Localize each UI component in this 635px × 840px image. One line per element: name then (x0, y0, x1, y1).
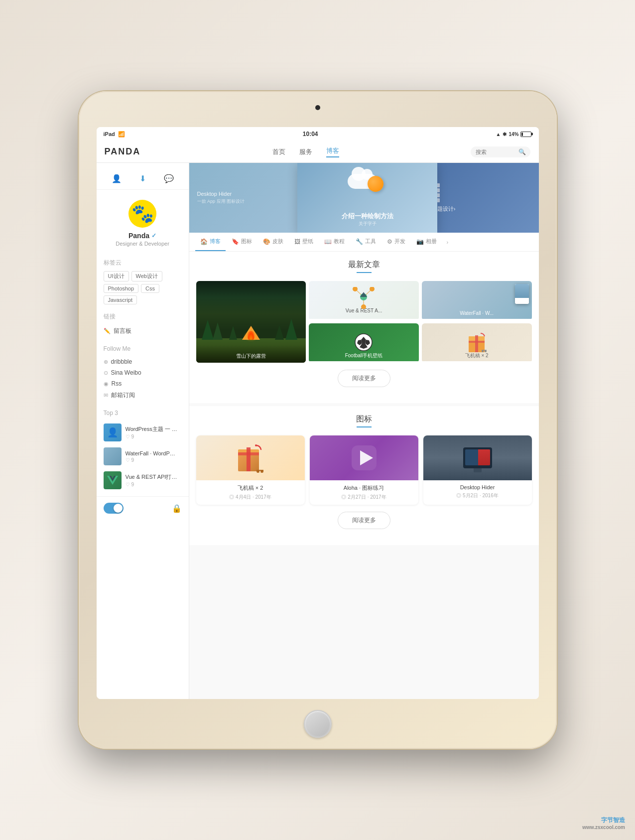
bluetooth-icon: ✱ (503, 132, 507, 137)
forest-card-bg: 雪山下的露营 (196, 281, 306, 363)
package-card-bg: 飞机稿 × 2 (422, 323, 532, 361)
icon-thumb-desktop-hider (423, 435, 532, 480)
icon-card-aloha[interactable]: Aloha · 图标练习 ◎ 2月27日 · 2017年 (310, 435, 418, 505)
aloha-bg (310, 435, 418, 480)
top3-thumb-1: 👤 (104, 423, 122, 441)
nav-link-services[interactable]: 服务 (299, 147, 312, 156)
nav-links: 首页 服务 博客 (272, 146, 339, 157)
follow-weibo[interactable]: ⊙ Sina Weibo (104, 367, 182, 378)
articles-read-more-btn[interactable]: 阅读更多 (338, 370, 390, 387)
monitor-screen (465, 449, 490, 465)
tag-ui[interactable]: UI设计 (104, 271, 129, 281)
tab-album-icon: 📷 (416, 238, 424, 245)
tag-ps[interactable]: Photoshop (104, 284, 139, 293)
app-container: PANDA 首页 服务 博客 🔍 👤 ⬇ (97, 141, 539, 699)
tree2 (213, 322, 223, 340)
follow-dribbble[interactable]: ⊕ dribbble (104, 356, 182, 367)
desktop-hider-bg (423, 435, 532, 480)
tab-blog[interactable]: 🏠 博客 (195, 233, 226, 251)
toggle-switch[interactable] (104, 503, 124, 514)
tab-icons[interactable]: 🔖 图标 (227, 233, 257, 251)
football-article-label: Football手机壁纸 (309, 352, 419, 359)
sidebar-tab-profile[interactable]: 👤 (108, 172, 126, 185)
tab-wallpaper[interactable]: 🖼 壁纸 (289, 233, 318, 251)
sidebar-tab-download[interactable]: ⬇ (135, 172, 150, 185)
tab-album[interactable]: 📷 相册 (411, 233, 442, 251)
top3-wp-icon: 👤 (104, 423, 122, 441)
follow-email[interactable]: ✉ 邮箱订阅 (104, 389, 182, 402)
tab-tools[interactable]: 🔧 工具 (351, 233, 381, 251)
top-nav: PANDA 首页 服务 博客 🔍 (97, 141, 539, 163)
follow-rss[interactable]: ◉ Rss (104, 378, 182, 389)
heart-icon-2: ♡ (126, 457, 130, 463)
lock-icon[interactable]: 🔒 (172, 504, 182, 513)
top3-info-2: WaterFall · WordP… ♡ 9 (126, 450, 182, 463)
vue-card-bg: Vue & REST A... (309, 281, 419, 319)
svg-rect-25 (247, 447, 251, 471)
tag-css[interactable]: Css (141, 284, 159, 293)
icon-card-package[interactable]: 飞机稿 × 2 ◎ 4月4日 · 2017年 (196, 435, 305, 505)
top3-item-2[interactable]: WaterFall · WordP… ♡ 9 (104, 444, 182, 468)
links-section: 链接 ✏️ 留言板 (97, 308, 189, 341)
tab-dev-icon: ⚙ (387, 238, 392, 245)
top3-item-3[interactable]: Vue & REST API打… ♡ 9 (104, 468, 182, 492)
tag-web[interactable]: Web设计 (131, 271, 162, 281)
tab-tools-icon: 🔧 (356, 238, 363, 245)
article-card-forest[interactable]: 雪山下的露营 (196, 281, 306, 363)
icon-name-aloha: Aloha · 图标练习 (315, 484, 413, 492)
nav-link-home[interactable]: 首页 (272, 147, 285, 156)
icons-divider (357, 426, 372, 427)
nav-link-blog[interactable]: 博客 (326, 146, 339, 157)
battery-label: 14% (508, 132, 518, 137)
forest-label-overlay: 雪山下的露营 (196, 345, 306, 363)
sidebar-bottom: 🔒 (97, 496, 189, 520)
top3-thumb-2 (104, 447, 122, 465)
tab-tutorial[interactable]: 📖 教程 (319, 233, 350, 251)
slide-center[interactable]: 介绍一种绘制方法 关于字子 (297, 163, 437, 233)
camera (315, 105, 320, 110)
icon-date-package: ◎ 4月4日 · 2017年 (201, 494, 300, 501)
top3-item-1[interactable]: 👤 WordPress主题 一 … ♡ 9 (104, 420, 182, 444)
sidebar: 👤 ⬇ 💬 🐾 Panda ✓ Designer & Developer (97, 163, 189, 699)
search-input[interactable] (476, 149, 515, 155)
football-overlay: Football手机壁纸 (309, 352, 419, 359)
article-card-package[interactable]: 飞机稿 × 2 (422, 323, 532, 363)
tabs-more-arrow[interactable]: › (443, 234, 453, 250)
weibo-icon: ⊙ (104, 370, 108, 376)
article-card-waterfall[interactable]: WaterFall · W... (422, 281, 532, 320)
top3-info-1: WordPress主题 一 … ♡ 9 (126, 425, 182, 439)
slide-center-sub: 关于字子 (359, 221, 377, 227)
monitor-wrapper (463, 447, 492, 468)
tab-icons-icon: 🔖 (232, 238, 239, 245)
home-button[interactable] (304, 710, 332, 738)
icon-info-aloha: Aloha · 图标练习 ◎ 2月27日 · 2017年 (310, 480, 418, 505)
link-guestbook[interactable]: ✏️ 留言板 (104, 325, 182, 337)
top3-info-3: Vue & REST API打… ♡ 9 (126, 473, 182, 487)
tag-js[interactable]: Javascript (104, 295, 137, 304)
icons-section-inner: 图标 (189, 406, 539, 545)
icons-read-more-btn[interactable]: 阅读更多 (338, 512, 390, 529)
main-content: Desktop Hider 一款 App 应用 图标设计 (189, 163, 539, 699)
article-card-vue[interactable]: Vue & REST A... (309, 281, 419, 320)
nav-search[interactable]: 🔍 (471, 146, 530, 157)
battery-body (520, 132, 531, 137)
icon-info-package: 飞机稿 × 2 ◎ 4月4日 · 2017年 (196, 480, 305, 505)
tab-skins[interactable]: 🎨 皮肤 (258, 233, 288, 251)
tab-dev[interactable]: ⚙ 开发 (382, 233, 410, 251)
red-drape (478, 449, 490, 465)
status-right: ▲ ✱ 14% (496, 132, 532, 137)
signal-icon: ▲ (496, 132, 501, 137)
icons-section: 图标 (189, 406, 539, 545)
icon-card-desktop-hider[interactable]: Desktop Hider ◎ 5月2日 · 2016年 (423, 435, 532, 505)
sidebar-tabs: 👤 ⬇ 💬 (97, 168, 189, 190)
slide-center-title: 介绍一种绘制方法 (342, 212, 393, 221)
search-icon[interactable]: 🔍 (518, 148, 526, 155)
hero-slider[interactable]: Desktop Hider 一款 App 应用 图标设计 (189, 163, 539, 233)
slide-left[interactable]: Desktop Hider 一款 App 应用 图标设计 (189, 163, 312, 233)
nav-logo: PANDA (105, 146, 141, 157)
sidebar-tab-chat[interactable]: 💬 (160, 172, 178, 185)
tags-title: 标签云 (104, 259, 182, 267)
waterfall-article-label: WaterFall · W... (422, 310, 532, 316)
top3-thumb-3 (104, 471, 122, 489)
article-card-football[interactable]: Football手机壁纸 (309, 323, 419, 363)
